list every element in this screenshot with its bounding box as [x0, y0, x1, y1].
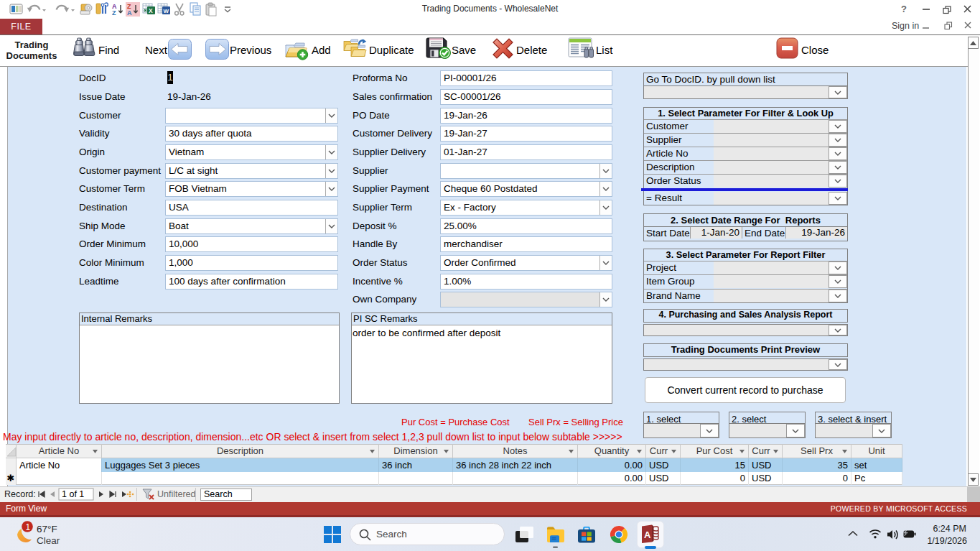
svg-text:1 of 1: 1 of 1 [62, 489, 84, 499]
svg-text:1: 1 [26, 522, 31, 532]
svg-text:?: ? [901, 4, 907, 14]
svg-text:A: A [644, 529, 651, 540]
